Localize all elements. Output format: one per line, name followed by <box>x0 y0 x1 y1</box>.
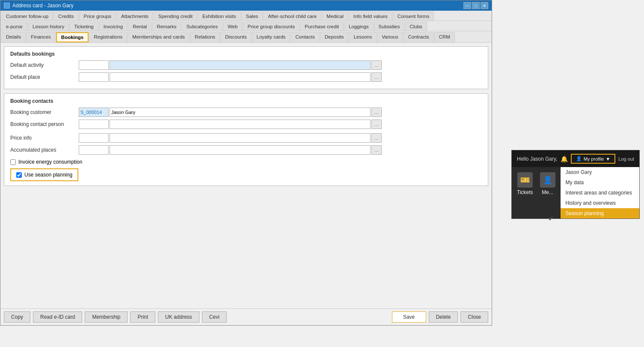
default-activity-short-input[interactable] <box>79 60 109 70</box>
accumulated-places-short-input[interactable] <box>79 145 109 155</box>
tab-lesson-history[interactable]: Lesson history <box>28 22 69 31</box>
default-activity-long-input[interactable] <box>110 60 371 70</box>
chevron-down-icon: ▼ <box>605 156 610 162</box>
tab-deposits[interactable]: Deposits <box>320 32 349 42</box>
window-controls: ─ □ ✕ <box>463 2 488 9</box>
tab-rental[interactable]: Rental <box>128 22 151 31</box>
tab-web[interactable]: Web <box>223 22 242 31</box>
default-place-long-input[interactable] <box>110 72 371 82</box>
copy-button[interactable]: Copy <box>4 311 30 323</box>
booking-customer-id-input[interactable] <box>79 108 109 117</box>
menu-item-my-data[interactable]: My data <box>561 177 639 188</box>
tab-contracts[interactable]: Contracts <box>403 32 433 42</box>
tab-ticketing[interactable]: Ticketing <box>69 22 98 31</box>
tab-sales[interactable]: Sales <box>241 12 263 21</box>
menu-item-history[interactable]: History and overviews <box>561 198 639 208</box>
close-button[interactable]: Close <box>460 311 488 323</box>
tab-medical[interactable]: Medical <box>322 12 348 21</box>
default-place-browse-button[interactable]: … <box>371 72 382 82</box>
tab-invoicing[interactable]: Invoicing <box>99 22 128 31</box>
tabs-row-3: Details Finances Bookings Registrations … <box>0 31 492 43</box>
print-button[interactable]: Print <box>130 311 155 323</box>
me-label: Me... <box>542 189 553 195</box>
default-place-label: Default place <box>10 74 79 80</box>
tab-price-group-discounts[interactable]: Price group discounts <box>243 22 300 31</box>
booking-contact-person-row: Booking contact person … <box>10 120 482 129</box>
restore-button[interactable]: □ <box>472 2 480 9</box>
tab-consent-forms[interactable]: Consent forms <box>393 12 434 21</box>
person-icon: 👤 <box>576 156 582 162</box>
tab-lessons[interactable]: Lessons <box>349 32 377 42</box>
use-season-row: Use season planning <box>10 168 482 181</box>
default-place-short-input[interactable] <box>79 72 109 82</box>
tab-customer-follow-up[interactable]: Customer follow-up <box>1 12 53 21</box>
accumulated-places-inputs: … <box>79 145 382 155</box>
tab-subsidies[interactable]: Subsidies <box>374 22 405 31</box>
membership-button[interactable]: Membership <box>85 311 128 323</box>
title-bar: Address card - Jason Gary ─ □ ✕ <box>0 0 492 11</box>
booking-contact-person-browse-button[interactable]: … <box>371 120 382 129</box>
tab-details[interactable]: Details <box>1 32 26 42</box>
invoice-energy-label: Invoice energy consumption <box>18 159 82 165</box>
accumulated-places-long-input[interactable] <box>110 145 371 155</box>
use-season-box: Use season planning <box>10 168 78 181</box>
tab-loyalty-cards[interactable]: Loyalty cards <box>252 32 291 42</box>
minimize-button[interactable]: ─ <box>463 2 471 9</box>
booking-customer-browse-button[interactable]: … <box>371 108 382 117</box>
tab-subcategories[interactable]: Subcategories <box>181 22 223 31</box>
main-content: Defaults bookings Default activity … Def… <box>0 43 492 308</box>
cevi-button[interactable]: Cevi <box>202 311 227 323</box>
menu-item-interest-areas[interactable]: Interest areas and categories <box>561 188 639 198</box>
tab-various[interactable]: Various <box>377 32 403 42</box>
uk-address-button[interactable]: UK address <box>158 311 199 323</box>
use-season-planning-checkbox[interactable] <box>16 172 22 178</box>
logout-button[interactable]: Log out <box>618 156 634 162</box>
tab-credits[interactable]: Credits <box>53 12 78 21</box>
tab-clubs[interactable]: Clubs <box>405 22 427 31</box>
price-info-short-input[interactable] <box>79 133 109 143</box>
booking-contacts-title: Booking contacts <box>10 98 482 104</box>
tab-finances[interactable]: Finances <box>26 32 56 42</box>
tab-memberships-and-cards[interactable]: Memberships and cards <box>128 32 190 42</box>
accumulated-places-label: Accumulated places <box>10 147 79 153</box>
tab-spending-credit[interactable]: Spending credit <box>154 12 197 21</box>
tickets-icon-item[interactable]: 🎫 Tickets <box>517 172 533 195</box>
booking-contact-person-short-input[interactable] <box>79 120 109 129</box>
tab-bookings[interactable]: Bookings <box>56 32 89 42</box>
invoice-energy-checkbox[interactable] <box>10 159 16 165</box>
tab-after-school[interactable]: After-school child care <box>263 12 321 21</box>
menu-item-season-planning[interactable]: Season planning <box>561 208 639 218</box>
price-info-long-input[interactable] <box>110 133 371 143</box>
tab-remarks[interactable]: Remarks <box>152 22 181 31</box>
window-title: Address card - Jason Gary <box>12 3 74 9</box>
me-icon-item[interactable]: 👤 Me... <box>540 172 555 195</box>
price-info-browse-button[interactable]: … <box>371 133 382 143</box>
booking-contact-person-long-input[interactable] <box>110 120 371 129</box>
tab-crm[interactable]: CRM <box>434 32 455 42</box>
read-eid-button[interactable]: Read e-ID card <box>33 311 82 323</box>
my-profile-button[interactable]: 👤 My profile ▼ <box>571 154 616 164</box>
tab-contacts[interactable]: Contacts <box>291 32 319 42</box>
save-button[interactable]: Save <box>392 311 426 323</box>
tab-discounts[interactable]: Discounts <box>220 32 252 42</box>
tab-info-field-values[interactable]: Info field values <box>349 12 392 21</box>
tab-price-groups[interactable]: Price groups <box>79 12 116 21</box>
tab-attachments[interactable]: Attachments <box>116 12 153 21</box>
tab-registrations[interactable]: Registrations <box>89 32 127 42</box>
tab-purchase-credit[interactable]: Purchase credit <box>300 22 344 31</box>
accumulated-places-browse-button[interactable]: … <box>371 145 382 155</box>
delete-button[interactable]: Delete <box>429 311 458 323</box>
tab-exhibition-visits[interactable]: Exhibition visits <box>198 12 241 21</box>
notification-bell-icon[interactable]: 🔔 <box>561 156 568 162</box>
tab-e-purse[interactable]: e-purse <box>1 22 27 31</box>
default-activity-row: Default activity … <box>10 60 482 70</box>
booking-contact-person-inputs: … <box>79 120 382 129</box>
tab-loggings[interactable]: Loggings <box>344 22 374 31</box>
menu-item-jason-gary[interactable]: Jason Gary <box>561 167 639 177</box>
tab-relations[interactable]: Relations <box>190 32 220 42</box>
default-activity-inputs: … <box>79 60 382 70</box>
close-button[interactable]: ✕ <box>481 2 488 9</box>
default-activity-browse-button[interactable]: … <box>371 60 382 70</box>
me-icon: 👤 <box>540 172 555 188</box>
booking-customer-name-input[interactable] <box>110 108 371 117</box>
